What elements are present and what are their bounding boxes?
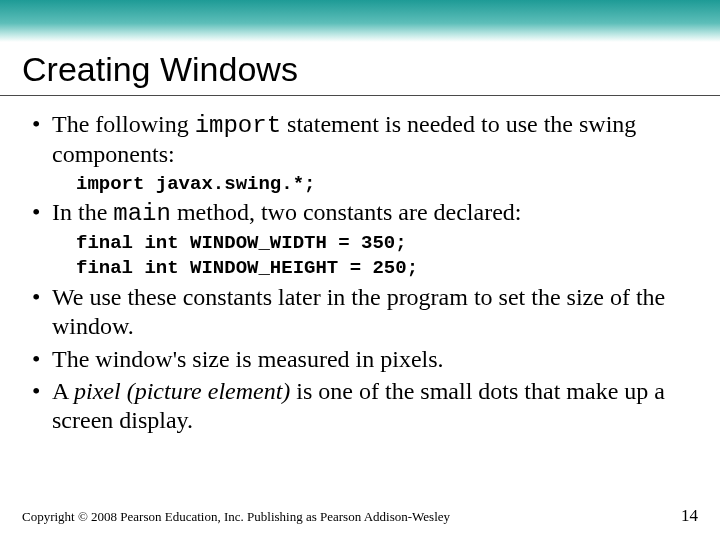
page-number: 14 (681, 506, 698, 526)
text-fragment: In the (52, 199, 113, 225)
bullet-item: The window's size is measured in pixels. (26, 345, 694, 374)
bullet-list: We use these constants later in the prog… (26, 283, 694, 435)
inline-code: main (113, 200, 171, 227)
italic-text: pixel (picture element) (74, 378, 290, 404)
bullet-item: The following import statement is needed… (26, 110, 694, 170)
text-fragment: A (52, 378, 74, 404)
code-line: final int WINDOW_HEIGHT = 250; (26, 257, 694, 281)
header-bar (0, 0, 720, 42)
footer: Copyright © 2008 Pearson Education, Inc.… (22, 506, 698, 526)
code-line: final int WINDOW_WIDTH = 350; (26, 232, 694, 256)
slide-title: Creating Windows (0, 42, 720, 96)
code-line: import javax.swing.*; (26, 173, 694, 197)
text-fragment: The following (52, 111, 195, 137)
text-fragment: We use these constants later in the prog… (52, 284, 665, 339)
inline-code: import (195, 112, 281, 139)
content-area: The following import statement is needed… (0, 110, 720, 435)
bullet-list: The following import statement is needed… (26, 110, 694, 170)
slide: Creating Windows The following import st… (0, 0, 720, 540)
copyright-text: Copyright © 2008 Pearson Education, Inc.… (22, 509, 450, 525)
text-fragment: method, two constants are declared: (171, 199, 522, 225)
bullet-item: We use these constants later in the prog… (26, 283, 694, 342)
bullet-item: A pixel (picture element) is one of the … (26, 377, 694, 436)
bullet-list: In the main method, two constants are de… (26, 198, 694, 228)
bullet-item: In the main method, two constants are de… (26, 198, 694, 228)
text-fragment: The window's size is measured in pixels. (52, 346, 444, 372)
